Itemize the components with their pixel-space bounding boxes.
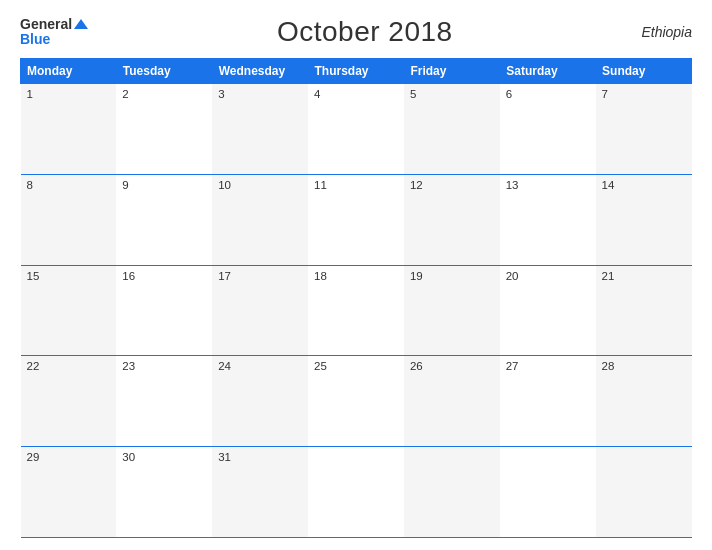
day-number: 25 (314, 360, 327, 372)
calendar-day-cell (404, 447, 500, 538)
day-number: 31 (218, 451, 231, 463)
col-saturday: Saturday (500, 59, 596, 84)
calendar-day-cell: 16 (116, 265, 212, 356)
day-number: 14 (602, 179, 615, 191)
calendar-day-cell: 26 (404, 356, 500, 447)
calendar-day-cell: 9 (116, 174, 212, 265)
calendar-day-cell: 24 (212, 356, 308, 447)
day-number: 2 (122, 88, 128, 100)
col-thursday: Thursday (308, 59, 404, 84)
page: General Blue October 2018 Ethiopia Monda… (0, 0, 712, 550)
day-number: 18 (314, 270, 327, 282)
header: General Blue October 2018 Ethiopia (20, 16, 692, 48)
col-friday: Friday (404, 59, 500, 84)
day-number: 5 (410, 88, 416, 100)
day-number: 1 (27, 88, 33, 100)
calendar-table: Monday Tuesday Wednesday Thursday Friday… (20, 58, 692, 538)
day-number: 26 (410, 360, 423, 372)
calendar-day-cell: 7 (596, 84, 692, 175)
calendar-week-row: 891011121314 (21, 174, 692, 265)
day-number: 6 (506, 88, 512, 100)
day-number: 17 (218, 270, 231, 282)
day-number: 11 (314, 179, 327, 191)
calendar-day-cell: 6 (500, 84, 596, 175)
day-number: 13 (506, 179, 519, 191)
day-number: 15 (27, 270, 40, 282)
day-number: 27 (506, 360, 519, 372)
calendar-day-cell: 5 (404, 84, 500, 175)
logo-triangle-icon (74, 19, 88, 29)
calendar-day-cell: 21 (596, 265, 692, 356)
calendar-day-cell: 23 (116, 356, 212, 447)
calendar-title: October 2018 (277, 16, 453, 48)
day-number: 16 (122, 270, 135, 282)
calendar-day-cell: 22 (21, 356, 117, 447)
calendar-day-cell: 2 (116, 84, 212, 175)
day-number: 29 (27, 451, 40, 463)
calendar-day-cell: 19 (404, 265, 500, 356)
calendar-day-cell: 29 (21, 447, 117, 538)
day-number: 30 (122, 451, 135, 463)
calendar-day-cell: 8 (21, 174, 117, 265)
day-number: 20 (506, 270, 519, 282)
col-sunday: Sunday (596, 59, 692, 84)
day-number: 24 (218, 360, 231, 372)
logo: General Blue (20, 17, 88, 47)
col-tuesday: Tuesday (116, 59, 212, 84)
calendar-day-cell: 1 (21, 84, 117, 175)
calendar-day-cell: 18 (308, 265, 404, 356)
calendar-day-cell: 17 (212, 265, 308, 356)
calendar-day-cell: 20 (500, 265, 596, 356)
day-number: 3 (218, 88, 224, 100)
col-wednesday: Wednesday (212, 59, 308, 84)
calendar-header-row: Monday Tuesday Wednesday Thursday Friday… (21, 59, 692, 84)
day-number: 28 (602, 360, 615, 372)
calendar-day-cell: 11 (308, 174, 404, 265)
calendar-day-cell (500, 447, 596, 538)
calendar-day-cell (596, 447, 692, 538)
day-number: 8 (27, 179, 33, 191)
col-monday: Monday (21, 59, 117, 84)
calendar-day-cell (308, 447, 404, 538)
calendar-day-cell: 25 (308, 356, 404, 447)
day-number: 23 (122, 360, 135, 372)
calendar-day-cell: 3 (212, 84, 308, 175)
day-number: 22 (27, 360, 40, 372)
day-number: 10 (218, 179, 231, 191)
calendar-day-cell: 30 (116, 447, 212, 538)
day-number: 4 (314, 88, 320, 100)
day-number: 19 (410, 270, 423, 282)
calendar-week-row: 1234567 (21, 84, 692, 175)
calendar-day-cell: 12 (404, 174, 500, 265)
day-number: 7 (602, 88, 608, 100)
country-label: Ethiopia (641, 24, 692, 40)
calendar-day-cell: 4 (308, 84, 404, 175)
calendar-day-cell: 15 (21, 265, 117, 356)
calendar-day-cell: 13 (500, 174, 596, 265)
logo-general-text: General (20, 17, 72, 31)
logo-blue-text: Blue (20, 31, 50, 47)
day-number: 21 (602, 270, 615, 282)
calendar-day-cell: 14 (596, 174, 692, 265)
calendar-day-cell: 27 (500, 356, 596, 447)
calendar-week-row: 293031 (21, 447, 692, 538)
day-number: 12 (410, 179, 423, 191)
calendar-week-row: 22232425262728 (21, 356, 692, 447)
calendar-day-cell: 28 (596, 356, 692, 447)
day-number: 9 (122, 179, 128, 191)
calendar-day-cell: 10 (212, 174, 308, 265)
calendar-day-cell: 31 (212, 447, 308, 538)
calendar-week-row: 15161718192021 (21, 265, 692, 356)
